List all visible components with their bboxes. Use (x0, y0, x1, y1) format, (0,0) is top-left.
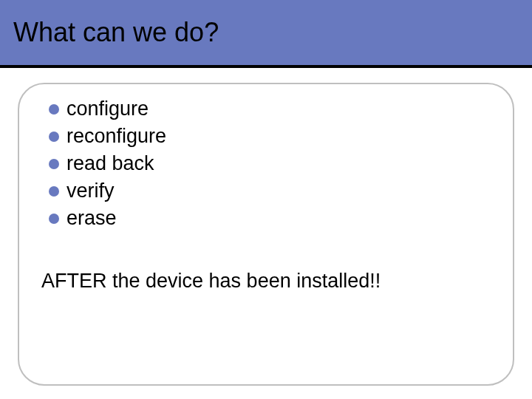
bullet-icon (49, 132, 59, 142)
bullet-list: configure reconfigure read back verify e… (49, 98, 489, 230)
bullet-label: read back (66, 152, 154, 175)
bullet-icon (49, 159, 59, 169)
slide-body: configure reconfigure read back verify e… (0, 68, 532, 399)
list-item: erase (49, 207, 489, 230)
bullet-icon (49, 104, 59, 115)
slide-header: What can we do? (0, 0, 532, 65)
slide-title: What can we do? (13, 17, 219, 48)
list-item: read back (49, 152, 489, 175)
bullet-label: erase (66, 207, 117, 230)
list-item: verify (49, 180, 489, 202)
footer-text: AFTER the device has been installed!! (41, 270, 489, 293)
bullet-icon (49, 186, 59, 197)
list-item: configure (49, 98, 489, 120)
list-item: reconfigure (49, 125, 489, 148)
content-inner: configure reconfigure read back verify e… (18, 84, 511, 300)
bullet-icon (49, 214, 59, 224)
bullet-label: verify (66, 180, 115, 202)
bullet-label: configure (66, 98, 149, 120)
bullet-label: reconfigure (66, 125, 166, 148)
